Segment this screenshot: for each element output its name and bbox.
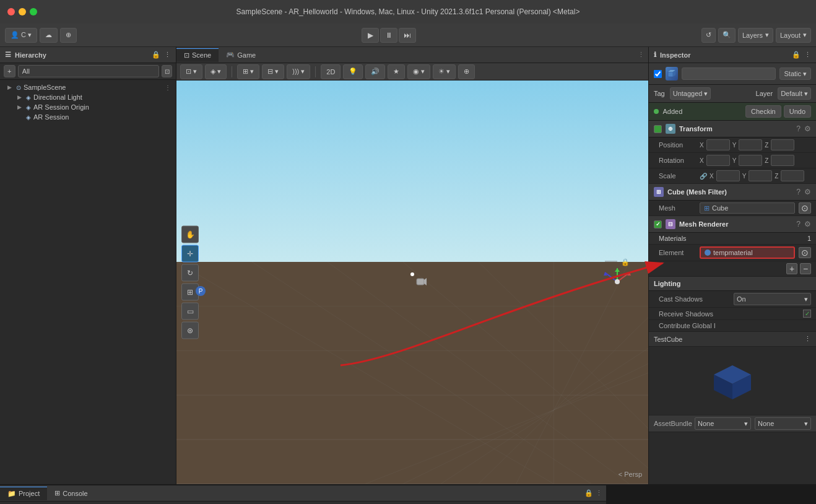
svg-marker-21 <box>615 268 620 272</box>
more-icon[interactable]: ⋮ <box>596 489 602 497</box>
folder-icon: 📁 <box>7 490 16 498</box>
minimize-button[interactable] <box>19 8 26 15</box>
asset-bundle-dropdown-2[interactable]: None ▾ <box>755 417 811 430</box>
svg-line-7 <box>328 262 630 484</box>
step-button[interactable]: ⏭ <box>399 28 416 43</box>
rotate-tool[interactable]: ↻ <box>181 264 199 282</box>
mesh-renderer-component-header[interactable]: ✓ ⊟ Mesh Renderer ? ⚙ <box>649 216 816 233</box>
lock-icon[interactable]: 🔒 <box>792 51 801 59</box>
more-scene-icon[interactable]: ⋮ <box>638 51 645 59</box>
help-icon[interactable]: ? <box>796 124 801 133</box>
undo-history-button[interactable]: ↺ <box>701 28 716 43</box>
add-material-button[interactable]: + <box>786 263 797 274</box>
mesh-target-button[interactable]: ⊙ <box>799 202 811 214</box>
inspector-header: ℹ Inspector 🔒 ⋮ <box>649 47 816 63</box>
transform-tool[interactable]: ⊛ <box>181 322 199 339</box>
maximize-button[interactable] <box>30 8 37 15</box>
hierarchy-item-samplescene[interactable]: ▶ ⊙ SampleScene ⋮ <box>0 82 176 92</box>
hierarchy-item-ar-session[interactable]: ◈ AR Session <box>0 112 176 122</box>
mesh-renderer-checkbox[interactable]: ✓ <box>654 220 662 228</box>
lock-icon[interactable]: 🔒 <box>152 51 160 59</box>
pos-z-input[interactable]: -12 <box>771 139 794 150</box>
cloud-button[interactable]: ☁ <box>40 28 58 43</box>
scene-fx-button[interactable]: ★ <box>388 64 405 79</box>
static-toggle[interactable]: Static ▾ <box>779 67 811 80</box>
lock-icon[interactable]: 🔒 <box>584 489 593 497</box>
rot-z-input[interactable]: 0 <box>771 155 794 166</box>
help-icon[interactable]: ? <box>796 188 801 196</box>
mesh-value: ⊞ Cube <box>700 202 795 214</box>
layers-dropdown[interactable]: Layers ▾ <box>738 28 773 43</box>
scene-grid-button[interactable]: ⊞ ▾ <box>237 64 259 79</box>
more-icon[interactable]: ⋮ <box>165 84 171 91</box>
scene-audio-button[interactable]: ))) ▾ <box>287 64 310 79</box>
hierarchy-item-ar-session-origin[interactable]: ▶ ◈ AR Session Origin <box>0 102 176 112</box>
rot-y-input[interactable]: 0 <box>739 155 762 166</box>
gameobject-active-checkbox[interactable] <box>654 70 662 78</box>
play-button[interactable]: ▶ <box>362 28 379 43</box>
rot-x-input[interactable]: 0 <box>706 155 730 166</box>
mesh-icon: ⊞ <box>704 204 710 212</box>
scene-shading-button[interactable]: ◈ ▾ <box>205 64 227 79</box>
scene-gizmos-button[interactable]: ☀ ▾ <box>433 64 456 79</box>
more-icon[interactable]: ⋮ <box>164 51 171 59</box>
account-button[interactable]: 👤 C ▾ <box>5 28 37 43</box>
search-button[interactable]: 🔍 <box>718 28 736 43</box>
material-input[interactable]: tempmaterial <box>700 246 795 259</box>
play-icon: ▶ <box>368 31 373 40</box>
person-icon: 👤 <box>11 31 19 39</box>
material-target-button[interactable]: ⊙ <box>799 247 811 258</box>
scene-viewport[interactable]: ✋ ✛ ↻ ⊞ ▭ ⊛ <box>176 80 648 484</box>
scene-hidden-button[interactable]: ◉ ▾ <box>407 64 430 79</box>
hierarchy-panel: ☰ Hierarchy 🔒 ⋮ + ⊡ ▶ ⊙ SampleScene ⋮ ▶ <box>0 47 176 484</box>
scene-light-button[interactable]: 💡 <box>343 64 363 79</box>
transform-checkbox[interactable] <box>654 125 662 133</box>
layout-dropdown[interactable]: Layout ▾ <box>776 28 811 43</box>
tab-project[interactable]: 📁 Project <box>0 487 47 500</box>
remove-material-button[interactable]: − <box>800 263 811 274</box>
cast-shadows-dropdown[interactable]: On ▾ <box>734 293 811 305</box>
settings-icon[interactable]: ⚙ <box>804 220 811 228</box>
hierarchy-search[interactable] <box>18 65 159 77</box>
gameobject-name-input[interactable]: TestCube <box>682 67 776 80</box>
settings-icon[interactable]: ⚙ <box>804 188 811 196</box>
settings-icon[interactable]: ⚙ <box>804 124 811 133</box>
transform-component-header[interactable]: ⊕ Transform ? ⚙ <box>649 121 816 137</box>
scale-y-input[interactable]: 1 <box>749 170 772 181</box>
move-tool[interactable]: ✛ <box>181 245 199 263</box>
scene-audio-toggle[interactable]: 🔊 <box>365 64 385 79</box>
pause-button[interactable]: ⏸ <box>380 28 397 43</box>
hand-tool[interactable]: ✋ <box>181 226 199 243</box>
receive-shadows-checkbox[interactable]: ✓ <box>803 310 811 318</box>
scale-z-input[interactable]: 1 <box>781 170 804 181</box>
tab-scene[interactable]: ⊡ Scene <box>176 48 219 62</box>
collab-button[interactable]: ⊕ <box>60 28 77 43</box>
scene-search-button[interactable]: ⊕ <box>458 64 475 79</box>
layer-dropdown[interactable]: Default ▾ <box>778 87 811 100</box>
hierarchy-filter-button[interactable]: ⊡ <box>162 65 172 77</box>
cast-shadows-row: Cast Shadows On ▾ <box>649 291 816 308</box>
lighting-component-header[interactable]: Lighting <box>649 277 816 291</box>
pos-y-input[interactable]: 26.33 <box>739 139 762 150</box>
more-icon[interactable]: ⋮ <box>804 335 811 343</box>
mesh-filter-component-header[interactable]: ⊞ Cube (Mesh Filter) ? ⚙ <box>649 184 816 201</box>
scene-2d-button[interactable]: 2D <box>321 64 341 79</box>
more-icon[interactable]: ⋮ <box>804 51 811 59</box>
scene-icon: ⊙ <box>16 84 21 91</box>
tab-game[interactable]: 🎮 Game <box>219 48 263 61</box>
undo-button[interactable]: Undo <box>784 105 811 118</box>
asset-bundle-dropdown-1[interactable]: None ▾ <box>695 417 751 430</box>
close-button[interactable] <box>7 8 15 15</box>
checkin-button[interactable]: Checkin <box>745 105 781 118</box>
help-icon[interactable]: ? <box>796 220 801 228</box>
hierarchy-item-directional-light[interactable]: ▶ ◈ Directional Light <box>0 92 176 102</box>
tag-dropdown[interactable]: Untagged ▾ <box>670 87 711 100</box>
scene-object <box>410 272 414 276</box>
rect-tool[interactable]: ▭ <box>181 303 199 320</box>
scale-x-input[interactable]: 1 <box>716 170 740 181</box>
pos-x-input[interactable]: -5 <box>706 139 730 150</box>
scene-display-button[interactable]: ⊡ ▾ <box>180 64 202 79</box>
add-hierarchy-button[interactable]: + <box>4 65 15 77</box>
scene-render-button[interactable]: ⊟ ▾ <box>262 64 284 79</box>
tab-console[interactable]: ⊞ Console <box>47 487 95 500</box>
